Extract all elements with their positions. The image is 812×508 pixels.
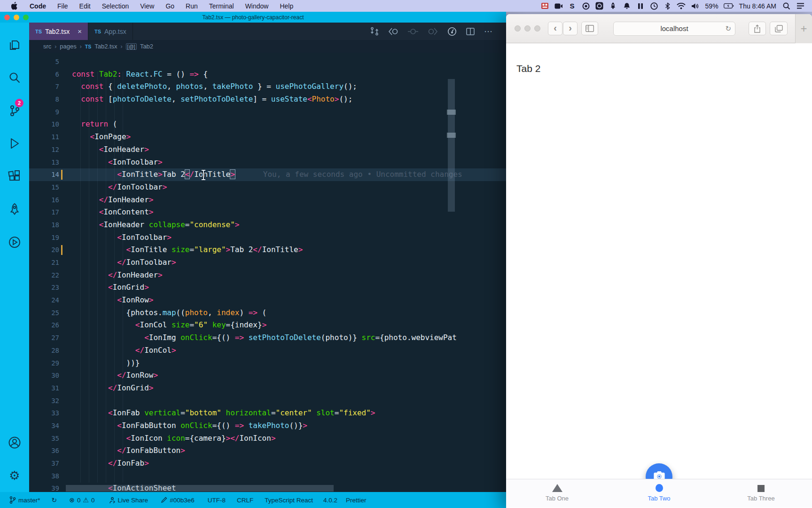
formatter-indicator[interactable]: Prettier: [346, 497, 367, 504]
code-line-27[interactable]: 27 <IonImg onClick={() => setPhotoToDele…: [29, 332, 506, 344]
rocket-icon[interactable]: [608, 0, 618, 12]
code-line-9[interactable]: 9: [29, 106, 506, 119]
code-line-38[interactable]: 38: [29, 470, 506, 483]
code-line-28[interactable]: 28 </IonCol>: [29, 344, 506, 357]
breadcrumb-src[interactable]: src: [43, 43, 51, 50]
split-editor-icon[interactable]: [466, 28, 475, 35]
menu-help[interactable]: Help: [275, 0, 298, 12]
sync-icon[interactable]: ↻: [52, 496, 57, 504]
menu-app-name[interactable]: Code: [25, 0, 51, 12]
code-line-33[interactable]: 33 <IonFab vertical="bottom" horizontal=…: [29, 407, 506, 420]
close-window-button[interactable]: [4, 15, 10, 20]
camera-icon[interactable]: [554, 0, 564, 12]
code-line-31[interactable]: 31 </IonGrid>: [29, 382, 506, 395]
search-icon[interactable]: [0, 61, 29, 94]
wifi-icon[interactable]: [676, 0, 687, 12]
pause-icon[interactable]: [635, 0, 646, 12]
explorer-icon[interactable]: [0, 28, 29, 61]
code-line-7[interactable]: 7 const { deletePhoto, photos, takePhoto…: [29, 80, 506, 93]
breadcrumb-symbol[interactable]: Tab2: [140, 43, 153, 50]
source-control-icon[interactable]: 2: [0, 94, 29, 127]
code-line-34[interactable]: 34 <IonFabButton onClick={() => takePhot…: [29, 420, 506, 432]
ts-version-indicator[interactable]: 4.0.2: [323, 497, 337, 504]
control-window-icon[interactable]: [594, 0, 605, 12]
git-branch-indicator[interactable]: master*: [9, 496, 40, 504]
app-tab-tab-three[interactable]: Tab Three: [710, 479, 812, 508]
clock-icon[interactable]: [649, 0, 659, 12]
menu-run[interactable]: Run: [181, 0, 203, 12]
code-line-23[interactable]: 23 <IonGrid>: [29, 281, 506, 294]
address-bar[interactable]: localhost ↻: [613, 22, 735, 36]
code-line-24[interactable]: 24 <IonRow>: [29, 294, 506, 307]
code-line-15[interactable]: 15 </IonToolbar>: [29, 181, 506, 194]
more-actions-icon[interactable]: ⋯: [484, 26, 493, 37]
code-line-10[interactable]: 10 return (: [29, 118, 506, 131]
code-line-12[interactable]: 12 <IonHeader>: [29, 143, 506, 156]
code-line-5[interactable]: 5: [29, 56, 506, 68]
app-tab-tab-one[interactable]: Tab One: [506, 479, 608, 508]
git-compare-icon[interactable]: [370, 27, 379, 36]
code-line-19[interactable]: 19 <IonToolbar>: [29, 231, 506, 244]
color-picker-indicator[interactable]: #00b3e6: [161, 497, 195, 504]
menu-edit[interactable]: Edit: [75, 0, 95, 12]
apple-menu-icon[interactable]: [7, 0, 23, 12]
code-line-37[interactable]: 37 </IonFab>: [29, 457, 506, 470]
live-share-button[interactable]: Live Share: [109, 497, 148, 504]
menu-file[interactable]: File: [53, 0, 73, 12]
editor-tab-tab2.tsx[interactable]: TSTab2.tsx×: [29, 23, 88, 40]
code-line-16[interactable]: 16 </IonHeader>: [29, 194, 506, 206]
s-app-icon[interactable]: S: [567, 0, 578, 12]
navigate-current-icon[interactable]: [408, 27, 418, 36]
run-circle-icon[interactable]: [0, 226, 29, 259]
reload-icon[interactable]: ↻: [725, 24, 731, 33]
code-line-8[interactable]: 8 const [photoToDelete, setPhotoToDelete…: [29, 93, 506, 106]
editor-vertical-scrollbar[interactable]: [448, 79, 455, 212]
debug-icon[interactable]: [0, 127, 29, 160]
volume-icon[interactable]: [690, 0, 700, 12]
code-line-22[interactable]: 22 </IonHeader>: [29, 269, 506, 282]
account-icon[interactable]: [0, 426, 29, 459]
problems-indicator[interactable]: ⊗ 0 ⚠ 0: [69, 496, 94, 504]
code-line-13[interactable]: 13 <IonToolbar>: [29, 156, 506, 169]
spotlight-search-icon[interactable]: [781, 0, 792, 12]
code-line-29[interactable]: 29 ))}: [29, 357, 506, 370]
encoding-indicator[interactable]: UTF-8: [208, 497, 226, 504]
film-icon[interactable]: [540, 0, 550, 12]
settings-icon[interactable]: ⚙: [0, 459, 29, 492]
code-line-17[interactable]: 17 <IonContent>: [29, 206, 506, 219]
record-icon[interactable]: [581, 0, 591, 12]
menu-selection[interactable]: Selection: [97, 0, 134, 12]
bluetooth-icon[interactable]: [663, 0, 673, 12]
new-tab-button[interactable]: +: [795, 14, 812, 43]
code-line-18[interactable]: 18 <IonHeader collapse="condense">: [29, 219, 506, 231]
extensions-icon[interactable]: [0, 160, 29, 193]
language-mode-indicator[interactable]: TypeScript React: [265, 497, 313, 504]
editor-horizontal-scrollbar[interactable]: [66, 485, 334, 492]
code-line-6[interactable]: 6const Tab2: React.FC = () => {: [29, 68, 506, 81]
ionic-rocket-icon[interactable]: [0, 193, 29, 226]
code-line-11[interactable]: 11 <IonPage>: [29, 131, 506, 143]
sidebar-icon[interactable]: [581, 22, 598, 35]
run-timer-icon[interactable]: [447, 27, 457, 36]
code-line-26[interactable]: 26 <IonCol size="6" key={index}>: [29, 319, 506, 332]
app-tab-tab-two[interactable]: Tab Two: [608, 479, 710, 508]
code-line-21[interactable]: 21 </IonToolbar>: [29, 256, 506, 269]
code-line-30[interactable]: 30 </IonRow>: [29, 369, 506, 382]
menu-window[interactable]: Window: [241, 0, 273, 12]
zoom-window-button[interactable]: [23, 15, 29, 20]
code-line-20[interactable]: 20 <IonTitle size="large">Tab 2</IonTitl…: [29, 244, 506, 256]
code-editor[interactable]: 56const Tab2: React.FC = () => {7 const …: [29, 53, 506, 492]
close-window-button[interactable]: [515, 25, 521, 32]
close-icon[interactable]: ×: [78, 27, 82, 35]
navigate-back-icon[interactable]: [388, 27, 398, 36]
minimize-window-button[interactable]: [14, 15, 19, 20]
breadcrumb-pages[interactable]: pages: [60, 43, 76, 50]
editor-tab-app.tsx[interactable]: TSApp.tsx: [88, 23, 133, 40]
eol-indicator[interactable]: CRLF: [237, 497, 253, 504]
code-line-32[interactable]: 32: [29, 395, 506, 407]
forward-button[interactable]: ›: [563, 22, 578, 35]
menu-list-icon[interactable]: [795, 0, 805, 12]
zoom-window-button[interactable]: [534, 25, 540, 32]
back-button[interactable]: ‹: [548, 22, 562, 35]
share-icon[interactable]: [749, 22, 766, 35]
